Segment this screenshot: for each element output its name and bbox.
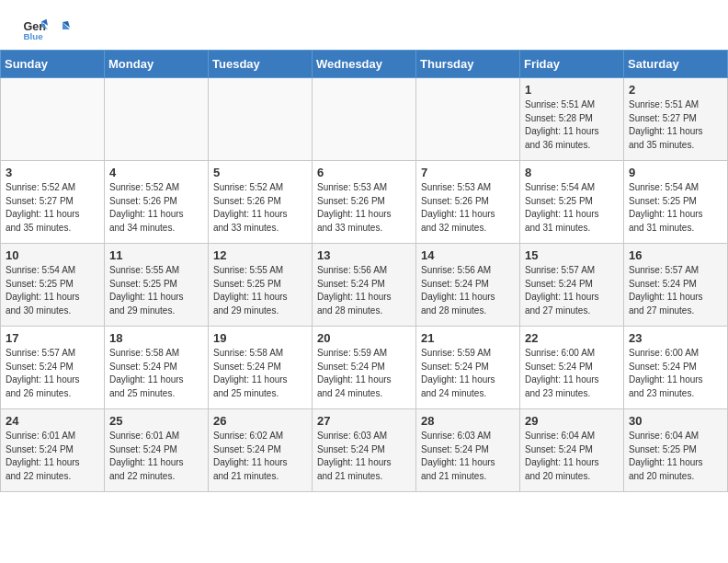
svg-text:Blue: Blue (23, 31, 43, 41)
day-number: 11 (109, 248, 203, 262)
calendar-cell: 18Sunrise: 5:58 AM Sunset: 5:24 PM Dayli… (105, 327, 209, 409)
day-info: Sunrise: 5:52 AM Sunset: 5:26 PM Dayligh… (109, 181, 203, 235)
calendar-cell: 3Sunrise: 5:52 AM Sunset: 5:27 PM Daylig… (1, 161, 105, 244)
day-number: 18 (109, 331, 203, 345)
calendar-cell: 26Sunrise: 6:02 AM Sunset: 5:24 PM Dayli… (209, 409, 313, 492)
calendar-cell: 11Sunrise: 5:55 AM Sunset: 5:25 PM Dayli… (105, 244, 209, 327)
day-info: Sunrise: 5:56 AM Sunset: 5:24 PM Dayligh… (317, 264, 411, 317)
calendar-cell: 5Sunrise: 5:52 AM Sunset: 5:26 PM Daylig… (209, 161, 313, 244)
day-info: Sunrise: 5:58 AM Sunset: 5:24 PM Dayligh… (213, 347, 307, 400)
day-info: Sunrise: 5:56 AM Sunset: 5:24 PM Dayligh… (421, 264, 515, 317)
calendar-cell: 8Sunrise: 5:54 AM Sunset: 5:25 PM Daylig… (520, 161, 624, 244)
day-info: Sunrise: 5:58 AM Sunset: 5:24 PM Dayligh… (109, 347, 203, 400)
day-info: Sunrise: 5:55 AM Sunset: 5:25 PM Dayligh… (109, 264, 203, 317)
calendar-cell: 16Sunrise: 5:57 AM Sunset: 5:24 PM Dayli… (624, 244, 728, 327)
page-header: Gen Blue (0, 0, 728, 50)
day-info: Sunrise: 6:03 AM Sunset: 5:24 PM Dayligh… (421, 430, 515, 483)
day-number: 6 (317, 166, 411, 179)
day-info: Sunrise: 6:04 AM Sunset: 5:24 PM Dayligh… (525, 430, 619, 483)
day-info: Sunrise: 6:01 AM Sunset: 5:24 PM Dayligh… (109, 430, 203, 483)
calendar-cell: 15Sunrise: 5:57 AM Sunset: 5:24 PM Dayli… (520, 244, 624, 327)
calendar-cell: 28Sunrise: 6:03 AM Sunset: 5:24 PM Dayli… (416, 409, 520, 492)
calendar-cell: 4Sunrise: 5:52 AM Sunset: 5:26 PM Daylig… (105, 161, 209, 244)
day-number: 8 (525, 166, 619, 179)
day-header-thursday: Thursday (416, 51, 520, 78)
calendar-header: SundayMondayTuesdayWednesdayThursdayFrid… (1, 51, 728, 78)
calendar-cell: 29Sunrise: 6:04 AM Sunset: 5:24 PM Dayli… (520, 409, 624, 492)
calendar-cell: 30Sunrise: 6:04 AM Sunset: 5:25 PM Dayli… (624, 409, 728, 492)
day-info: Sunrise: 6:01 AM Sunset: 5:24 PM Dayligh… (6, 430, 99, 483)
day-header-saturday: Saturday (624, 51, 728, 78)
day-number: 7 (421, 166, 515, 179)
calendar-body: 1Sunrise: 5:51 AM Sunset: 5:28 PM Daylig… (1, 78, 728, 492)
day-number: 28 (421, 414, 515, 428)
day-info: Sunrise: 5:57 AM Sunset: 5:24 PM Dayligh… (6, 347, 99, 400)
day-header-monday: Monday (105, 51, 209, 78)
day-info: Sunrise: 5:54 AM Sunset: 5:25 PM Dayligh… (629, 181, 722, 235)
day-info: Sunrise: 5:57 AM Sunset: 5:24 PM Dayligh… (525, 264, 619, 317)
day-info: Sunrise: 5:53 AM Sunset: 5:26 PM Dayligh… (421, 181, 515, 235)
calendar-cell: 19Sunrise: 5:58 AM Sunset: 5:24 PM Dayli… (209, 327, 313, 409)
logo: Gen Blue (22, 17, 74, 42)
calendar-cell (1, 78, 105, 161)
day-header-sunday: Sunday (1, 51, 105, 78)
calendar-cell: 7Sunrise: 5:53 AM Sunset: 5:26 PM Daylig… (416, 161, 520, 244)
day-number: 3 (6, 166, 99, 179)
day-number: 22 (525, 331, 619, 345)
calendar-cell: 13Sunrise: 5:56 AM Sunset: 5:24 PM Dayli… (313, 244, 416, 327)
day-info: Sunrise: 5:59 AM Sunset: 5:24 PM Dayligh… (421, 347, 515, 400)
day-info: Sunrise: 6:00 AM Sunset: 5:24 PM Dayligh… (525, 347, 619, 400)
calendar-cell (105, 78, 209, 161)
days-of-week-row: SundayMondayTuesdayWednesdayThursdayFrid… (1, 51, 728, 78)
logo-icon: Gen Blue (22, 17, 48, 42)
logo-flag-icon (53, 20, 72, 39)
day-number: 21 (421, 331, 515, 345)
day-number: 12 (213, 248, 307, 262)
week-row-1: 1Sunrise: 5:51 AM Sunset: 5:28 PM Daylig… (1, 78, 728, 161)
day-number: 25 (109, 414, 203, 428)
day-info: Sunrise: 5:54 AM Sunset: 5:25 PM Dayligh… (525, 181, 619, 235)
day-info: Sunrise: 6:02 AM Sunset: 5:24 PM Dayligh… (213, 430, 307, 483)
day-info: Sunrise: 6:04 AM Sunset: 5:25 PM Dayligh… (629, 430, 722, 483)
day-number: 2 (629, 83, 722, 97)
day-info: Sunrise: 6:03 AM Sunset: 5:24 PM Dayligh… (317, 430, 411, 483)
calendar-cell: 6Sunrise: 5:53 AM Sunset: 5:26 PM Daylig… (313, 161, 416, 244)
day-number: 14 (421, 248, 515, 262)
calendar-cell: 1Sunrise: 5:51 AM Sunset: 5:28 PM Daylig… (520, 78, 624, 161)
day-info: Sunrise: 5:55 AM Sunset: 5:25 PM Dayligh… (213, 264, 307, 317)
day-number: 19 (213, 331, 307, 345)
calendar-cell: 12Sunrise: 5:55 AM Sunset: 5:25 PM Dayli… (209, 244, 313, 327)
calendar-cell: 17Sunrise: 5:57 AM Sunset: 5:24 PM Dayli… (1, 327, 105, 409)
calendar-cell (209, 78, 313, 161)
day-info: Sunrise: 5:53 AM Sunset: 5:26 PM Dayligh… (317, 181, 411, 235)
day-number: 29 (525, 414, 619, 428)
calendar-cell: 22Sunrise: 6:00 AM Sunset: 5:24 PM Dayli… (520, 327, 624, 409)
day-number: 24 (6, 414, 99, 428)
calendar-cell (313, 78, 416, 161)
calendar-cell: 23Sunrise: 6:00 AM Sunset: 5:24 PM Dayli… (624, 327, 728, 409)
day-header-wednesday: Wednesday (313, 51, 416, 78)
day-number: 15 (525, 248, 619, 262)
day-info: Sunrise: 5:54 AM Sunset: 5:25 PM Dayligh… (6, 264, 99, 317)
day-number: 10 (6, 248, 99, 262)
day-info: Sunrise: 6:00 AM Sunset: 5:24 PM Dayligh… (629, 347, 722, 400)
day-info: Sunrise: 5:51 AM Sunset: 5:28 PM Dayligh… (525, 98, 619, 152)
day-number: 9 (629, 166, 722, 179)
calendar-cell: 10Sunrise: 5:54 AM Sunset: 5:25 PM Dayli… (1, 244, 105, 327)
calendar-cell: 2Sunrise: 5:51 AM Sunset: 5:27 PM Daylig… (624, 78, 728, 161)
day-number: 30 (629, 414, 722, 428)
calendar-cell: 9Sunrise: 5:54 AM Sunset: 5:25 PM Daylig… (624, 161, 728, 244)
calendar-cell: 20Sunrise: 5:59 AM Sunset: 5:24 PM Dayli… (313, 327, 416, 409)
day-info: Sunrise: 5:59 AM Sunset: 5:24 PM Dayligh… (317, 347, 411, 400)
calendar-cell: 25Sunrise: 6:01 AM Sunset: 5:24 PM Dayli… (105, 409, 209, 492)
day-info: Sunrise: 5:51 AM Sunset: 5:27 PM Dayligh… (629, 98, 722, 152)
week-row-4: 17Sunrise: 5:57 AM Sunset: 5:24 PM Dayli… (1, 327, 728, 409)
day-header-friday: Friday (520, 51, 624, 78)
day-number: 26 (213, 414, 307, 428)
day-info: Sunrise: 5:57 AM Sunset: 5:24 PM Dayligh… (629, 264, 722, 317)
day-number: 1 (525, 83, 619, 97)
day-number: 13 (317, 248, 411, 262)
day-number: 20 (317, 331, 411, 345)
day-info: Sunrise: 5:52 AM Sunset: 5:26 PM Dayligh… (213, 181, 307, 235)
calendar-table: SundayMondayTuesdayWednesdayThursdayFrid… (0, 50, 728, 492)
